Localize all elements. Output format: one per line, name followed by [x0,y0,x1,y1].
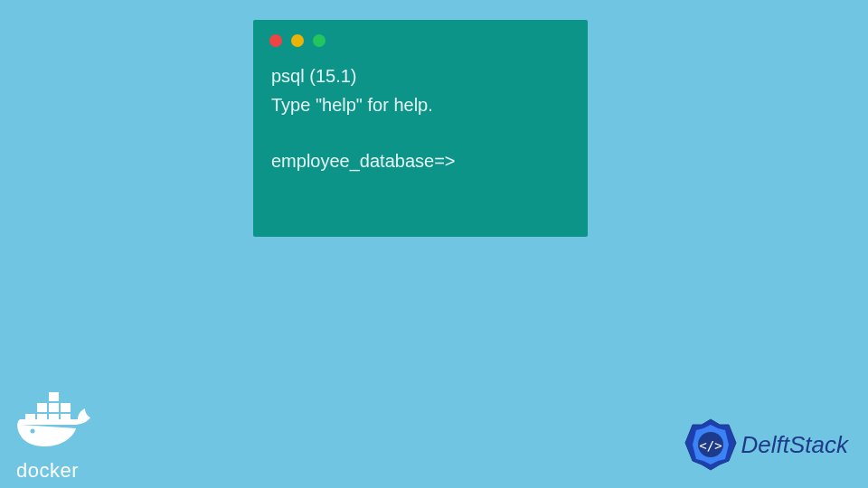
terminal-prompt: employee_database=> [271,146,570,175]
terminal-content[interactable]: psql (15.1) Type "help" for help. employ… [253,54,588,183]
svg-rect-5 [49,403,59,412]
svg-rect-4 [37,403,47,412]
delftstack-logo: </> DelftStack [684,418,849,472]
svg-rect-6 [61,403,71,412]
svg-rect-7 [49,392,59,401]
minimize-icon[interactable] [291,34,304,47]
terminal-window: psql (15.1) Type "help" for help. employ… [253,20,588,237]
docker-whale-icon [16,392,107,455]
docker-logo: docker [16,392,107,483]
delftstack-badge-icon: </> [684,418,738,472]
terminal-line: Type "help" for help. [271,90,570,119]
close-icon[interactable] [269,34,282,47]
blank-line [271,119,570,146]
delftstack-label: DelftStack [741,431,849,459]
svg-point-8 [31,429,35,434]
terminal-line: psql (15.1) [271,61,570,90]
docker-label: docker [16,459,107,483]
svg-text:</>: </> [699,438,722,453]
maximize-icon[interactable] [313,34,326,47]
terminal-titlebar [253,20,588,54]
